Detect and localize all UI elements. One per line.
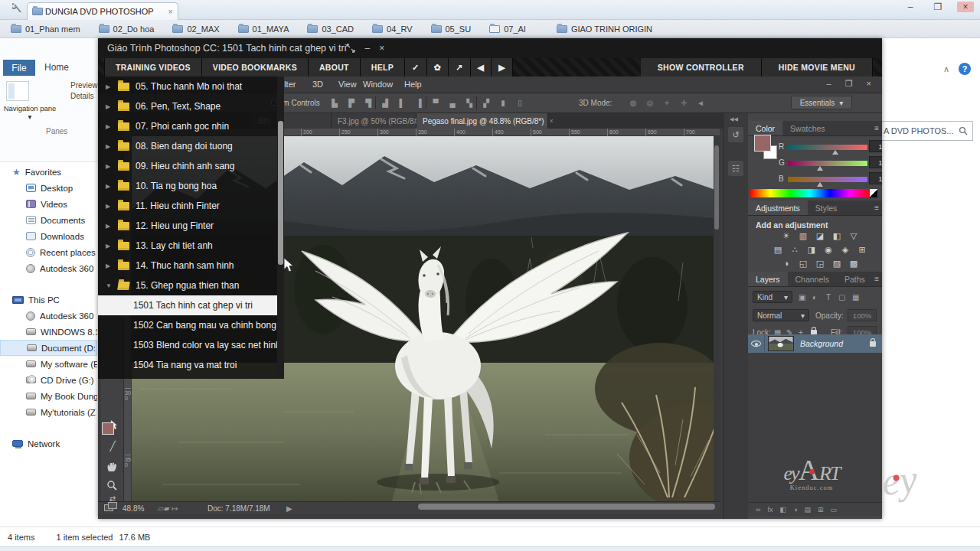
folder-tab-03-cad[interactable]: 03_CAD <box>307 24 354 34</box>
color-panel-foreground-swatch[interactable] <box>754 135 771 152</box>
sidebar-item-downloads[interactable]: Downloads <box>0 228 97 244</box>
ps-restore-icon[interactable]: ❐ <box>845 79 853 89</box>
player-close-icon[interactable]: × <box>379 43 384 54</box>
color-lookup-icon[interactable]: ⊞ <box>855 243 870 256</box>
sidebar-item-my-tutorials-z[interactable]: My'tutorials (Z <box>0 404 97 420</box>
distribute-middle-icon[interactable]: ▄ <box>446 96 459 109</box>
gradient-map-icon[interactable]: ▩ <box>847 257 861 269</box>
folder-tab-01-maya[interactable]: 01_MAYA <box>238 24 289 34</box>
check-icon[interactable]: ✓ <box>405 58 427 77</box>
hand-tool-icon[interactable] <box>101 461 124 472</box>
chevron-collapsed-icon[interactable]: ▶ <box>106 123 112 130</box>
preview-pane-button[interactable]: Preview <box>70 81 98 90</box>
zoom-3d-icon[interactable]: ◄ <box>694 96 707 109</box>
tab-channels[interactable]: Channels <box>788 272 837 286</box>
posterize-icon[interactable]: ◱ <box>796 257 811 269</box>
workspace-switcher[interactable]: Essentials ▾ <box>791 96 852 109</box>
new-layer-icon[interactable]: ⊞ <box>818 506 824 514</box>
playlist-item-1504[interactable]: 1504 Tia nang va mat troi <box>98 355 284 375</box>
adjustment-layer-icon[interactable]: ◑ <box>793 506 797 514</box>
playlist-folder-05[interactable]: ▶05. Thuc hanh Mb noi that <box>98 77 284 96</box>
tab-paths[interactable]: Paths <box>837 272 873 286</box>
layer-style-icon[interactable]: fx <box>767 506 773 514</box>
sidebar-network[interactable]: Network <box>0 435 97 452</box>
filter-smart-icon[interactable]: ▦ <box>852 293 859 302</box>
chevron-collapsed-icon[interactable]: ▶ <box>106 183 112 190</box>
resize-icon[interactable] <box>346 44 355 53</box>
vibrance-icon[interactable]: ▽ <box>847 230 861 242</box>
spectrum-bw-end[interactable] <box>870 189 877 197</box>
align-bottom-icon[interactable]: ▐ <box>412 96 426 109</box>
distribute-top-icon[interactable]: ▀ <box>429 96 443 109</box>
distribute-left-icon[interactable]: ▞ <box>479 96 493 109</box>
channel-slider[interactable] <box>788 177 867 182</box>
player-menu-video-bookmarks[interactable]: VIDEO BOOKMARKS <box>202 58 309 77</box>
channel-value[interactable]: 102 <box>869 172 882 184</box>
document-tab-2[interactable]: Pegaso final.jpg @ 48.8% (RGB/8*)× <box>416 113 548 129</box>
tab-swatches[interactable]: Swatches <box>782 121 833 135</box>
playlist-folder-07[interactable]: ▶07. Phoi canh goc nhin <box>98 116 284 136</box>
hue-saturation-icon[interactable]: ▤ <box>771 243 786 256</box>
chevron-collapsed-icon[interactable]: ▶ <box>106 83 112 90</box>
chevron-collapsed-icon[interactable]: ▶ <box>106 163 112 170</box>
opacity-value[interactable]: 100% <box>848 309 877 321</box>
fullscreen-icon[interactable]: ↗ <box>449 58 471 77</box>
status-arrow-icon[interactable]: ▶ <box>286 504 292 513</box>
playlist-folder-11[interactable]: ▶11. Hieu chinh Finter <box>98 196 284 216</box>
playlist-folder-06[interactable]: ▶06. Pen, Text, Shape <box>98 96 284 116</box>
sidebar-item-documents[interactable]: Documents <box>0 212 97 228</box>
folder-tab-02-max[interactable]: 02_MAX <box>172 24 219 34</box>
foreground-color-swatch[interactable] <box>102 422 114 435</box>
line-tool-icon[interactable]: ╱ <box>101 441 124 452</box>
slide-3d-icon[interactable]: ✛ <box>677 96 691 109</box>
playlist-folder-08[interactable]: ▶08. Bien dang doi tuong <box>98 136 284 156</box>
help-button[interactable]: ? <box>959 63 971 75</box>
playlist-scrollbar[interactable] <box>277 77 284 379</box>
selective-color-icon[interactable]: ▨ <box>830 257 844 269</box>
playlist-folder-13[interactable]: ▶13. Lay chi tiet anh <box>98 236 284 256</box>
invert-icon[interactable]: ◑ <box>779 257 794 269</box>
playlist-folder-15[interactable]: ▼15. Ghep ngua thien than <box>98 276 284 295</box>
folder-tab-giao-trinh-origin[interactable]: GIAO TRINH ORIGIN <box>557 24 652 34</box>
chevron-collapsed-icon[interactable]: ▶ <box>106 243 112 249</box>
sidebar-item-recent-places[interactable]: Recent places <box>0 244 97 260</box>
navigation-pane-button[interactable] <box>6 81 29 101</box>
chevron-collapsed-icon[interactable]: ▶ <box>106 223 112 230</box>
canvas-horizontal-scroll-thumb[interactable] <box>418 504 715 510</box>
exposure-icon[interactable]: ◧ <box>830 230 844 242</box>
sidebar-favorites[interactable]: ★Favorites <box>0 164 97 180</box>
sidebar-item-my-book-dung[interactable]: My Book Dung <box>0 388 97 404</box>
chevron-collapsed-icon[interactable]: ▶ <box>106 203 112 210</box>
file-menu-button[interactable]: File <box>3 60 35 76</box>
player-button-show-controller[interactable]: SHOW CONTROLLER <box>641 58 762 77</box>
sidebar-item-autodesk-360[interactable]: Autodesk 360 <box>0 308 97 324</box>
panel-menu-icon[interactable]: ≡ <box>874 124 879 132</box>
visibility-toggle[interactable] <box>748 334 765 353</box>
filter-adjustment-icon[interactable]: ◐ <box>812 293 817 302</box>
close-button[interactable]: × <box>957 2 974 12</box>
home-tab[interactable]: Home <box>44 62 69 73</box>
ps-minimize-icon[interactable]: – <box>827 79 831 89</box>
playlist-folder-09[interactable]: ▶09. Hieu chinh anh sang <box>98 156 284 176</box>
layer-row-background[interactable]: Background <box>748 334 882 353</box>
roll-3d-icon[interactable]: ◎ <box>643 96 657 109</box>
sidebar-item-autodesk-360[interactable]: Autodesk 360 <box>0 260 97 276</box>
player-titlebar[interactable]: Giáo Trình Photoshop CC: 1501 Tach hinh … <box>98 38 882 58</box>
align-middle-icon[interactable]: ▌ <box>395 96 409 109</box>
sidebar-item-videos[interactable]: Videos <box>0 196 97 212</box>
orbit-3d-icon[interactable]: ◍ <box>626 96 640 109</box>
levels-icon[interactable]: ▥ <box>796 230 811 242</box>
ps-menu-window[interactable]: Window <box>363 80 393 89</box>
distribute-center-icon[interactable]: ▮ <box>496 96 510 109</box>
sidebar-item-windows-8-1[interactable]: WINDOWS 8.1 <box>0 324 97 340</box>
navigation-pane-label[interactable]: Navigation pane ▾ <box>3 104 57 122</box>
black-white-icon[interactable]: ◨ <box>805 243 819 256</box>
sidebar-item-ducument-d-[interactable]: Ducument (D: <box>0 340 97 356</box>
properties-panel-icon[interactable]: ☷ <box>728 161 743 176</box>
chevron-collapsed-icon[interactable]: ▶ <box>106 143 112 150</box>
details-pane-button[interactable]: Details <box>70 92 94 100</box>
filter-shape-icon[interactable]: ▢ <box>838 293 845 302</box>
channel-slider[interactable] <box>788 145 867 150</box>
screen-mode-icon[interactable] <box>104 502 119 514</box>
panel-menu-icon[interactable]: ≡ <box>874 204 879 212</box>
